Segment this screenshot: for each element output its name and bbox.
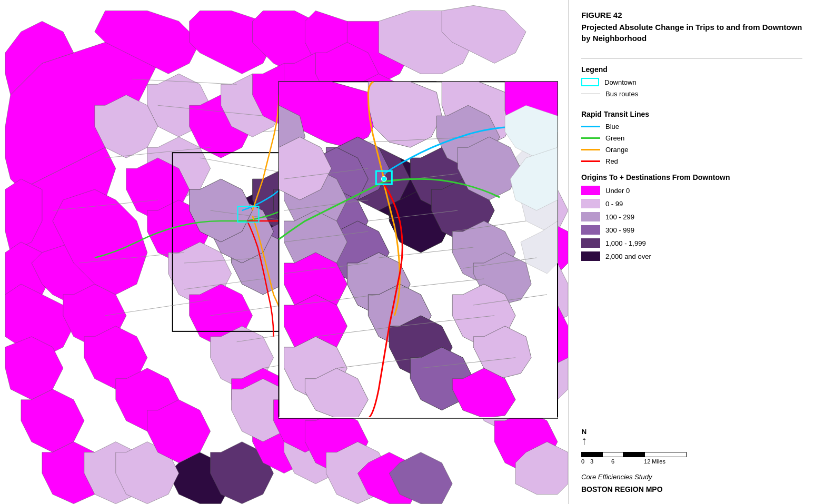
figure-number: FIGURE 42 [581,11,802,19]
scale-bar-line [581,452,687,457]
origin-swatch [581,186,600,195]
legend-rt-green: Green [581,134,802,142]
bus-routes-label: Bus routes [605,90,638,98]
orange-line-symbol [581,149,600,150]
legend-origin-1-000---1-999: 1,000 - 1,999 [581,238,802,248]
downtown-symbol [581,78,599,86]
blue-line-label: Blue [605,123,619,130]
scale-seg-1 [581,452,602,457]
origin-label: 300 - 999 [605,226,634,234]
legend-origin-under-0: Under 0 [581,186,802,195]
scale-seg-4 [644,452,687,457]
scale-12: 12 Miles [623,458,665,465]
origin-label: 2,000 and over [605,253,651,260]
scale-3: 3 [581,458,602,465]
legend-panel: FIGURE 42 Projected Absolute Change in T… [569,0,815,504]
map-area [0,0,569,504]
green-line-symbol [581,137,600,139]
scale-6: 6 [602,458,623,465]
origin-swatch [581,225,600,235]
svg-rect-161 [279,417,558,418]
legend-origin-0---99: 0 - 99 [581,199,802,208]
svg-point-158 [381,176,386,182]
study-credit: Core Efficiencies Study [581,473,802,481]
origins-categories: Under 00 - 99100 - 299300 - 9991,000 - 1… [581,186,802,265]
scale-seg-2 [602,452,623,457]
origin-label: 0 - 99 [605,200,623,208]
origins-title: Origins To + Destinations From Downtown [581,173,802,182]
legend-title: Legend [581,65,802,74]
legend-rt-orange: Orange [581,146,802,154]
blue-line-symbol [581,126,600,127]
compass-section: N ↑ 0 3 6 12 Miles [581,428,802,465]
legend-origin-2-000-and-over: 2,000 and over [581,251,802,261]
green-line-label: Green [605,134,624,142]
rapid-transit-lines: BlueGreenOrangeRed [581,123,802,169]
legend-origin-100---299: 100 - 299 [581,212,802,221]
scale-bar: 0 3 6 12 Miles [581,452,687,465]
origin-swatch [581,199,600,208]
figure-title: Projected Absolute Change in Trips to an… [581,22,802,44]
legend-downtown: Downtown [581,78,802,86]
org-name: BOSTON REGION MPO [581,485,802,493]
orange-line-label: Orange [605,146,628,154]
red-line-label: Red [605,157,618,165]
bus-routes-symbol [581,94,600,94]
origin-label: Under 0 [605,187,630,195]
scale-labels: 0 3 6 12 Miles [581,458,687,465]
legend-rt-blue: Blue [581,123,802,130]
origin-swatch [581,212,600,221]
origin-label: 100 - 299 [605,213,634,221]
origin-swatch [581,238,600,248]
compass-arrow-icon: ↑ [581,435,587,447]
compass: N ↑ [581,428,587,447]
legend-bus-routes: Bus routes [581,90,802,98]
red-line-symbol [581,160,600,162]
scale-seg-3 [623,452,644,457]
origin-label: 1,000 - 1,999 [605,239,646,247]
rapid-transit-title: Rapid Transit Lines [581,110,802,118]
origin-swatch [581,251,600,261]
downtown-label: Downtown [604,78,637,86]
legend-rt-red: Red [581,157,802,165]
legend-origin-300---999: 300 - 999 [581,225,802,235]
